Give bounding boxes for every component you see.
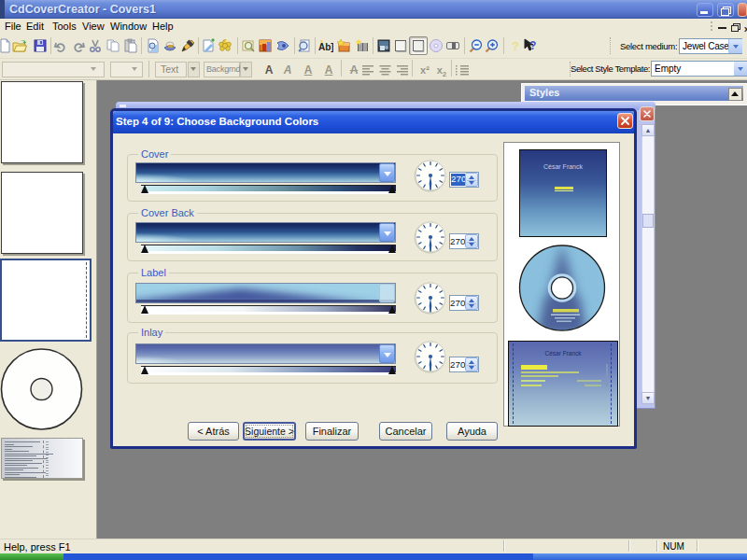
svg-text:?: ? bbox=[529, 39, 536, 52]
svg-text:Ab]: Ab] bbox=[318, 42, 333, 52]
svg-text:?: ? bbox=[512, 39, 519, 53]
